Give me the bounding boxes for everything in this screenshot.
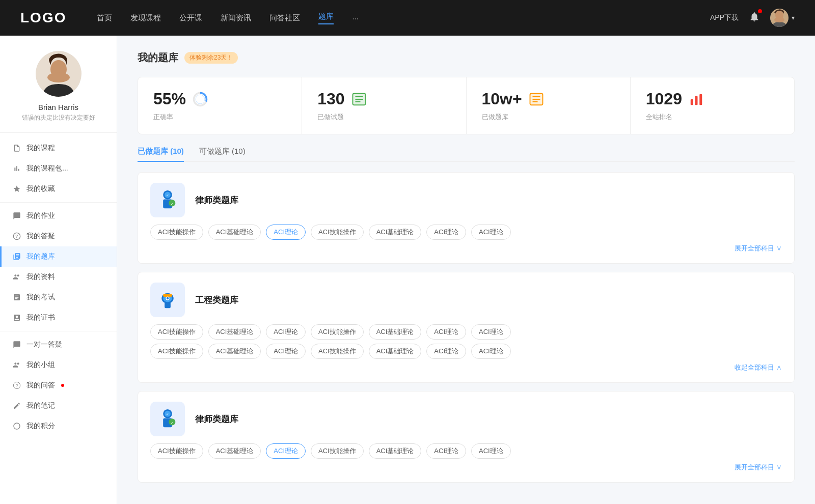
svg-rect-25	[695, 96, 697, 105]
tag-lawyer1-5[interactable]: ACI理论	[426, 225, 466, 240]
nav-qbank[interactable]: 题库	[318, 12, 334, 24]
tag-eng1-r2-4[interactable]: ACI基础理论	[369, 344, 422, 359]
qbank-tags-engineer-1-row1: ACI技能操作 ACI基础理论 ACI理论 ACI技能操作 ACI基础理论 AC…	[150, 324, 782, 340]
tag-lawyer2-4[interactable]: ACI基础理论	[369, 443, 422, 459]
svg-rect-34	[165, 302, 171, 308]
notification-bell[interactable]	[749, 11, 760, 24]
tag-eng1-r2-3[interactable]: ACI技能操作	[311, 344, 364, 359]
sidebar-item-my-bank[interactable]: 我的题库	[0, 246, 117, 267]
nav-home[interactable]: 首页	[97, 13, 112, 23]
sidebar-item-one-on-one[interactable]: 一对一答疑	[0, 334, 117, 355]
nav-more[interactable]: ···	[352, 14, 359, 22]
svg-point-3	[774, 17, 784, 22]
tag-eng1-r2-2[interactable]: ACI理论	[266, 344, 306, 359]
stat-top-accuracy: 55%	[153, 90, 286, 108]
qbank-title-lawyer-2: 律师类题库	[195, 413, 238, 425]
sidebar-item-my-favorites[interactable]: 我的收藏	[0, 179, 117, 199]
avatar-chevron: ▾	[792, 14, 795, 21]
stat-card-ranking: 1029 全站排名	[631, 77, 794, 134]
sidebar-menu: 我的课程 我的课程包... 我的收藏 我的作业	[0, 138, 117, 436]
nav-news[interactable]: 新闻资讯	[221, 13, 251, 23]
qbank-card-lawyer-2: ✓ ✓ 律师类题库 ACI技能操作 ACI基础理论 ACI理论 ACI技能操作 …	[138, 391, 795, 483]
stat-card-accuracy: 55% 正确率	[138, 77, 302, 134]
tag-lawyer2-2[interactable]: ACI理论	[266, 443, 306, 459]
sidebar-item-my-profile[interactable]: 我的资料	[0, 267, 117, 287]
sidebar-item-my-notes[interactable]: 我的笔记	[0, 396, 117, 416]
tag-lawyer2-3[interactable]: ACI技能操作	[311, 443, 364, 459]
logo[interactable]: LOGO	[20, 10, 66, 26]
tag-eng1-2[interactable]: ACI理论	[266, 324, 306, 340]
tag-lawyer1-2[interactable]: ACI理论	[266, 225, 306, 240]
stat-value-ranking: 1029	[646, 90, 682, 108]
sidebar-item-my-exam[interactable]: 我的考试	[0, 287, 117, 307]
sidebar-item-my-course[interactable]: 我的课程	[0, 138, 117, 158]
stat-card-done-questions: 130 已做试题	[302, 77, 466, 134]
sidebar-divider-2	[0, 331, 117, 331]
qbank-header-engineer-1: 工程类题库	[150, 283, 782, 317]
qbank-card-lawyer-1: ✓ ✓ 律师类题库 ACI技能操作 ACI基础理论 ACI理论 ACI技能操作 …	[138, 172, 795, 264]
qbank-tags-lawyer-1: ACI技能操作 ACI基础理论 ACI理论 ACI技能操作 ACI基础理论 AC…	[150, 225, 782, 240]
sidebar-profile: Brian Harris 错误的决定比没有决定要好	[0, 51, 117, 133]
tag-lawyer1-3[interactable]: ACI技能操作	[311, 225, 364, 240]
avatar	[770, 9, 789, 27]
tag-eng1-r2-6[interactable]: ACI理论	[471, 344, 511, 359]
tag-lawyer2-5[interactable]: ACI理论	[426, 443, 466, 459]
svg-rect-36	[163, 294, 172, 297]
stats-row: 55% 正确率 130	[138, 77, 795, 134]
profile-icon	[12, 272, 21, 282]
done-questions-icon	[351, 91, 367, 107]
qbank-title-engineer-1: 工程类题库	[195, 294, 238, 306]
nav-open-course[interactable]: 公开课	[179, 13, 202, 23]
navbar: LOGO 首页 发现课程 公开课 新闻资讯 问答社区 题库 ··· APP下载	[0, 0, 815, 36]
engineer-icon-wrap-1	[150, 283, 185, 317]
tag-eng1-6[interactable]: ACI理论	[471, 324, 511, 340]
tag-eng1-r2-1[interactable]: ACI基础理论	[208, 344, 261, 359]
svg-text:✓: ✓	[171, 421, 174, 425]
nav-qa[interactable]: 问答社区	[269, 13, 300, 23]
tag-eng1-0[interactable]: ACI技能操作	[150, 324, 203, 340]
star-icon	[12, 184, 21, 193]
stat-value-done-banks: 10w+	[482, 90, 522, 108]
sidebar-item-my-points[interactable]: 我的积分	[0, 416, 117, 436]
nav-discover[interactable]: 发现课程	[130, 13, 161, 23]
sidebar-item-my-group[interactable]: 我的小组	[0, 355, 117, 375]
app-download-link[interactable]: APP下载	[710, 13, 739, 22]
tag-lawyer1-4[interactable]: ACI基础理论	[369, 225, 422, 240]
svg-text:?: ?	[15, 234, 18, 239]
qbank-header-lawyer-2: ✓ ✓ 律师类题库	[150, 402, 782, 436]
stat-value-done-questions: 130	[317, 90, 344, 108]
tag-eng1-4[interactable]: ACI基础理论	[369, 324, 422, 340]
tag-lawyer1-1[interactable]: ACI基础理论	[208, 225, 261, 240]
tag-eng1-r2-5[interactable]: ACI理论	[426, 344, 466, 359]
svg-rect-26	[699, 94, 702, 105]
sidebar-item-my-answers[interactable]: ? 我的问答	[0, 375, 117, 396]
user-avatar-menu[interactable]: ▾	[770, 9, 795, 27]
stat-label-ranking: 全站排名	[646, 113, 779, 122]
tab-available-banks[interactable]: 可做题库 (10)	[199, 147, 246, 161]
document-icon	[12, 144, 21, 153]
expand-lawyer-1[interactable]: 展开全部科目 ∨	[150, 244, 782, 253]
tag-eng1-3[interactable]: ACI技能操作	[311, 324, 364, 340]
stat-card-done-banks: 10w+ 已做题库	[467, 77, 631, 134]
tag-lawyer2-6[interactable]: ACI理论	[471, 443, 511, 459]
tag-lawyer2-0[interactable]: ACI技能操作	[150, 443, 203, 459]
tab-done-banks[interactable]: 已做题库 (10)	[138, 147, 184, 161]
sidebar-item-my-package[interactable]: 我的课程包...	[0, 158, 117, 179]
sidebar-item-my-cert[interactable]: 我的证书	[0, 307, 117, 328]
tag-lawyer1-0[interactable]: ACI技能操作	[150, 225, 203, 240]
tag-lawyer1-6[interactable]: ACI理论	[471, 225, 511, 240]
profile-bio: 错误的决定比没有决定要好	[22, 114, 95, 122]
tag-eng1-5[interactable]: ACI理论	[426, 324, 466, 340]
sidebar-item-my-homework[interactable]: 我的作业	[0, 206, 117, 226]
sidebar-item-my-questions[interactable]: ? 我的答疑	[0, 226, 117, 246]
expand-lawyer-2[interactable]: 展开全部科目 ∨	[150, 463, 782, 472]
tag-lawyer2-1[interactable]: ACI基础理论	[208, 443, 261, 459]
svg-point-6	[47, 72, 70, 82]
stat-label-done-questions: 已做试题	[317, 113, 450, 122]
tag-eng1-r2-0[interactable]: ACI技能操作	[150, 344, 203, 359]
tag-eng1-1[interactable]: ACI基础理论	[208, 324, 261, 340]
collapse-engineer-1[interactable]: 收起全部科目 ∧	[150, 363, 782, 372]
answers-notification-dot	[61, 384, 64, 387]
sidebar: Brian Harris 错误的决定比没有决定要好 我的课程 我的课程包...	[0, 36, 117, 504]
stat-value-accuracy: 55%	[153, 90, 186, 108]
